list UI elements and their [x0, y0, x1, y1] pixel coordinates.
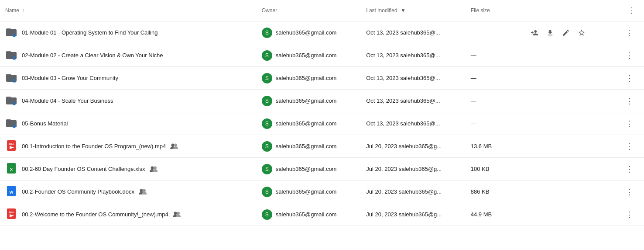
table-row[interactable]: MP4 00.2-Welcome to the Founder OS Commu…	[0, 203, 644, 226]
svg-text:MP4: MP4	[9, 143, 14, 146]
folder-icon: 👤	[5, 49, 17, 62]
actions-cell	[522, 203, 617, 226]
xlsx-icon: X	[5, 162, 17, 176]
star-button[interactable]	[575, 26, 589, 40]
table-row[interactable]: 👤 03-Module 03 - Grow Your CommunitySsal…	[0, 67, 644, 90]
owner-email: salehub365@gmail.com	[276, 143, 337, 149]
svg-text:👤: 👤	[12, 56, 16, 60]
table-row[interactable]: 👤 04-Module 04 - Scale Your BusinessSsal…	[0, 90, 644, 112]
actions-cell	[522, 181, 617, 203]
avatar: S	[262, 73, 272, 83]
owner-email: salehub365@gmail.com	[276, 52, 337, 59]
svg-point-13	[171, 144, 175, 147]
table-row[interactable]: X 00.2-60 Day Founder OS Content Challen…	[0, 158, 644, 181]
file-name-text: 00.1-Introduction to the Founder OS Prog…	[22, 143, 166, 149]
folder-icon: 👤	[5, 71, 17, 85]
svg-point-26	[174, 212, 177, 215]
file-name-cell: MP4 00.1-Introduction to the Founder OS …	[0, 135, 257, 158]
more-options-cell: ⋮	[617, 112, 644, 135]
file-name-text: 00.2-Founder OS Community Playbook.docx	[22, 188, 134, 195]
table-row[interactable]: W 00.2-Founder OS Community Playbook.doc…	[0, 181, 644, 203]
file-name-cell: W 00.2-Founder OS Community Playbook.doc…	[0, 181, 257, 203]
modified-cell: Oct 13, 2023 salehub365@...	[361, 112, 465, 135]
size-cell: —	[466, 112, 523, 135]
svg-text:W: W	[10, 190, 14, 194]
more-options-cell: ⋮	[617, 181, 644, 203]
modified-cell: Jul 20, 2023 salehub365@g...	[361, 158, 465, 181]
avatar: S	[262, 209, 272, 220]
more-options-button[interactable]: ⋮	[623, 185, 637, 199]
header-more-button[interactable]: ⋮	[625, 3, 639, 17]
mp4-icon: MP4	[5, 139, 17, 153]
more-options-cell: ⋮	[617, 158, 644, 181]
file-name-cell: 👤 04-Module 04 - Scale Your Business	[0, 90, 257, 112]
file-name-cell: 👤 05-Bonus Material	[0, 112, 257, 135]
table-row[interactable]: MP4 00.1-Introduction to the Founder OS …	[0, 135, 644, 158]
more-options-button[interactable]: ⋮	[623, 26, 637, 40]
modified-cell: Oct 13, 2023 salehub365@...	[361, 21, 465, 44]
more-options-button[interactable]: ⋮	[623, 139, 637, 153]
table-row[interactable]: 👤 01-Module 01 - Operating System to Fin…	[0, 21, 644, 44]
more-options-button[interactable]: ⋮	[623, 49, 637, 62]
edit-button[interactable]	[559, 26, 573, 40]
svg-point-27	[177, 212, 180, 215]
owner-cell: Ssalehub365@gmail.com	[257, 21, 361, 44]
folder-icon: 👤	[5, 94, 17, 108]
svg-point-21	[140, 189, 143, 192]
more-options-button[interactable]: ⋮	[623, 71, 637, 85]
size-column-header[interactable]: File size	[466, 0, 523, 21]
modified-sort-arrow: ▼	[401, 7, 406, 14]
more-options-button[interactable]: ⋮	[623, 208, 637, 222]
file-name-cell: X 00.2-60 Day Founder OS Content Challen…	[0, 158, 257, 181]
actions-cell	[522, 44, 617, 67]
actions-cell	[522, 158, 617, 181]
more-options-cell: ⋮	[617, 44, 644, 67]
table-row[interactable]: 👤 02-Module 02 - Create a Clear Vision &…	[0, 44, 644, 67]
owner-cell: Ssalehub365@gmail.com	[257, 90, 361, 112]
file-name-text: 04-Module 04 - Scale Your Business	[22, 97, 113, 104]
avatar: S	[262, 28, 272, 38]
avatar: S	[262, 96, 272, 106]
shared-icon	[173, 211, 181, 218]
header-more-column: ⋮	[617, 0, 644, 21]
svg-point-17	[151, 167, 154, 170]
shared-icon	[170, 143, 178, 150]
more-options-button[interactable]: ⋮	[623, 162, 637, 176]
modified-column-header[interactable]: Last modified ▼	[361, 0, 465, 21]
modified-cell: Jul 20, 2023 salehub365@g...	[361, 181, 465, 203]
modified-cell: Oct 13, 2023 salehub365@...	[361, 44, 465, 67]
owner-cell: Ssalehub365@gmail.com	[257, 67, 361, 90]
svg-point-18	[154, 167, 157, 170]
owner-cell: Ssalehub365@gmail.com	[257, 135, 361, 158]
folder-icon: 👤	[5, 117, 17, 130]
size-cell: —	[466, 90, 523, 112]
owner-email: salehub365@gmail.com	[276, 75, 337, 81]
more-options-button[interactable]: ⋮	[623, 117, 637, 131]
shared-icon	[150, 166, 158, 173]
more-options-cell: ⋮	[617, 67, 644, 90]
svg-point-22	[143, 189, 146, 192]
avatar: S	[262, 187, 272, 197]
owner-email: salehub365@gmail.com	[276, 211, 337, 218]
table-row[interactable]: 👤 05-Bonus MaterialSsalehub365@gmail.com…	[0, 112, 644, 135]
file-name-text: 01-Module 01 - Operating System to Find …	[22, 29, 158, 36]
folder-icon: 👤	[5, 26, 17, 39]
svg-rect-23	[7, 208, 16, 219]
owner-email: salehub365@gmail.com	[276, 166, 337, 172]
download-button[interactable]	[543, 26, 557, 40]
svg-text:👤: 👤	[12, 33, 16, 37]
add-person-button[interactable]	[528, 26, 541, 40]
more-options-button[interactable]: ⋮	[623, 94, 637, 108]
svg-point-14	[174, 144, 177, 147]
owner-column-header[interactable]: Owner	[257, 0, 361, 21]
file-name-cell: MP4 00.2-Welcome to the Founder OS Commu…	[0, 203, 257, 226]
name-column-header[interactable]: Name ↑	[0, 0, 257, 21]
svg-text:X: X	[10, 167, 13, 172]
size-cell: —	[466, 44, 523, 67]
svg-text:MP4: MP4	[9, 211, 14, 214]
modified-cell: Oct 13, 2023 salehub365@...	[361, 67, 465, 90]
more-options-cell: ⋮	[617, 90, 644, 112]
file-name-text: 00.2-60 Day Founder OS Content Challenge…	[22, 166, 145, 172]
avatar: S	[262, 50, 272, 61]
more-options-cell: ⋮	[617, 21, 644, 44]
